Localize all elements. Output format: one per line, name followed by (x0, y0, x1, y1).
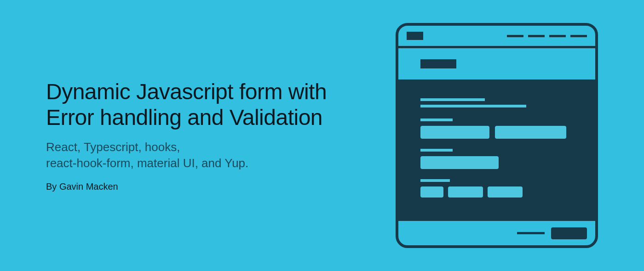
hero-band (398, 46, 595, 82)
submit-button-icon (551, 227, 587, 239)
form-area (398, 82, 595, 219)
text-line (420, 98, 485, 101)
input-field (420, 126, 489, 139)
text-column: Dynamic Javascript form with Error handl… (46, 79, 359, 192)
field-label (420, 149, 453, 152)
hero-title-block (420, 59, 456, 68)
input-row (420, 156, 573, 169)
pill-row (420, 186, 573, 198)
browser-illustration (396, 23, 598, 248)
pill-option (488, 186, 523, 198)
browser-topbar (398, 26, 595, 46)
nav-link-item (570, 35, 587, 37)
nav-link-item (507, 35, 523, 37)
logo-icon (407, 32, 423, 40)
field-label (420, 119, 453, 121)
nav-links (507, 35, 587, 37)
page-subtitle: React, Typescript, hooks, react-hook-for… (46, 139, 359, 171)
nav-link-item (528, 35, 545, 37)
text-line (420, 105, 526, 107)
byline: By Gavin Macken (46, 181, 359, 192)
input-row (420, 126, 573, 139)
nav-link-item (549, 35, 566, 37)
input-field (495, 126, 566, 139)
input-field (420, 156, 499, 169)
page-title: Dynamic Javascript form with Error handl… (46, 79, 359, 131)
pill-option (448, 186, 483, 198)
pill-option (420, 186, 443, 198)
browser-frame (396, 23, 598, 248)
footer-text-line (517, 232, 545, 234)
footer-band (398, 219, 595, 245)
field-label (420, 179, 450, 182)
